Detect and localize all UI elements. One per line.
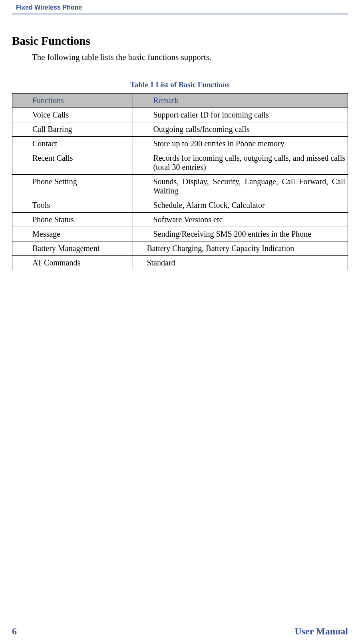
- table-row: Contact Store up to 200 entries in Phone…: [12, 137, 348, 151]
- func-cell: Tools: [12, 198, 133, 213]
- remark-cell: Battery Charging, Battery Capacity Indic…: [133, 241, 348, 256]
- table-row: Tools Schedule, Alarm Clock, Calculator: [12, 198, 348, 213]
- table-row: AT Commands Standard: [12, 256, 348, 270]
- remark-cell: Sounds, Display, Security, Language, Cal…: [133, 175, 348, 198]
- func-cell: Voice Calls: [12, 108, 133, 122]
- table-row: Voice Calls Support caller ID for incomi…: [12, 108, 348, 122]
- table-header-functions: Functions: [12, 94, 133, 108]
- footer-label: User Manual: [294, 626, 348, 637]
- table-header-remark: Remark: [133, 94, 348, 108]
- section-heading: Basic Functions: [12, 34, 348, 48]
- func-cell: Message: [12, 227, 133, 241]
- remark-cell: Support caller ID for incoming calls: [133, 108, 348, 122]
- intro-text: The following table lists the basic func…: [12, 52, 348, 62]
- remark-cell: Store up to 200 entries in Phone memory: [133, 137, 348, 151]
- page-number: 6: [12, 626, 17, 637]
- func-cell: Call Barring: [12, 122, 133, 137]
- remark-cell: Outgoing calls/Incoming calls: [133, 122, 348, 137]
- table-row: Message Sending/Receiving SMS 200 entrie…: [12, 227, 348, 241]
- remark-cell: Sending/Receiving SMS 200 entries in the…: [133, 227, 348, 241]
- table-row: Phone Setting Sounds, Display, Security,…: [12, 175, 348, 198]
- table-row: Battery Management Battery Charging, Bat…: [12, 241, 348, 256]
- remark-cell: Standard: [133, 256, 348, 270]
- func-cell: Contact: [12, 137, 133, 151]
- header-product-title: Fixed Wireless Phone: [12, 4, 348, 14]
- remark-cell: Records for incoming calls, outgoing cal…: [133, 151, 348, 175]
- func-cell: Phone Setting: [12, 175, 133, 198]
- table-caption: Table 1 List of Basic Functions: [12, 80, 348, 89]
- func-cell: Battery Management: [12, 241, 133, 256]
- header-separator: [12, 14, 348, 14]
- page-footer: 6 User Manual: [12, 626, 348, 637]
- table-row: Recent Calls Records for incoming calls,…: [12, 151, 348, 175]
- func-cell: Phone Status: [12, 213, 133, 227]
- table-row: Phone Status Software Versions etc: [12, 213, 348, 227]
- remark-cell: Software Versions etc: [133, 213, 348, 227]
- func-cell: Recent Calls: [12, 151, 133, 175]
- basic-functions-table: Functions Remark Voice Calls Support cal…: [12, 93, 348, 270]
- func-cell: AT Commands: [12, 256, 133, 270]
- table-row: Call Barring Outgoing calls/Incoming cal…: [12, 122, 348, 137]
- remark-cell: Schedule, Alarm Clock, Calculator: [133, 198, 348, 213]
